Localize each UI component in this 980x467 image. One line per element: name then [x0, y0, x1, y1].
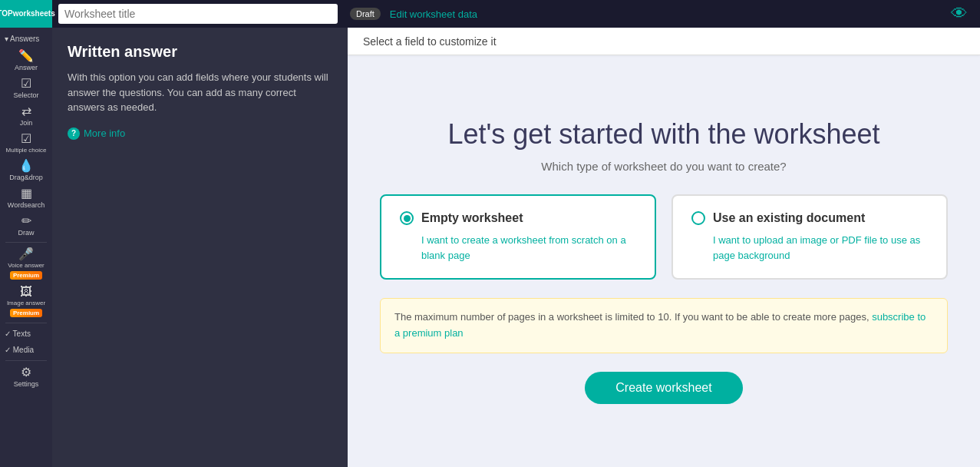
nav-divider-3 — [5, 360, 47, 361]
voice-icon: 🎤 — [18, 248, 34, 260]
media-section-toggle[interactable]: ✓ Media — [0, 342, 52, 358]
option2-radio — [691, 211, 705, 225]
panel-description: With this option you can add fields wher… — [68, 70, 332, 115]
info-box-text: The maximum number of pages in a workshe… — [394, 311, 872, 323]
nav-label-voice: Voice answer — [8, 262, 45, 269]
nav-item-multiple-choice[interactable]: ☑ Multiple choice — [0, 130, 52, 157]
field-bar: Select a field to customize it — [348, 28, 980, 55]
existing-document-option[interactable]: Use an existing document I want to uploa… — [671, 194, 948, 280]
nav-item-answer[interactable]: ✏️ Answer — [0, 47, 52, 75]
option1-title: Empty worksheet — [421, 211, 523, 225]
dragdrop-icon: 💧 — [18, 160, 34, 172]
nav-item-voice-answer[interactable]: 🎤 Voice answer Premium — [0, 245, 52, 283]
multiple-choice-icon: ☑ — [21, 133, 31, 145]
create-worksheet-button[interactable]: Create worksheet — [585, 372, 742, 404]
nav-label-selector: Selector — [13, 91, 38, 99]
field-bar-text: Select a field to customize it — [363, 35, 497, 48]
nav-label-wordsearch: Wordsearch — [8, 201, 45, 209]
draft-badge: Draft — [350, 8, 381, 20]
nav-label-multiple-choice: Multiple choice — [6, 147, 47, 154]
main-area: Select a field to customize it Let's get… — [348, 28, 980, 467]
main-subtitle: Which type of worksheet do you want to c… — [541, 160, 786, 173]
more-info-link[interactable]: ? More info — [68, 128, 332, 140]
nav-item-dragdrop[interactable]: 💧 Drag&drop — [0, 157, 52, 184]
option2-header: Use an existing document — [691, 211, 928, 225]
option2-title: Use an existing document — [713, 211, 865, 225]
option1-radio-inner — [404, 215, 411, 222]
main-heading: Let's get started with the worksheet — [447, 118, 879, 151]
nav-label-draw: Draw — [18, 229, 34, 237]
nav-item-wordsearch[interactable]: ▦ Wordsearch — [0, 184, 52, 212]
image-premium-badge: Premium — [10, 309, 42, 317]
nav-item-image-answer[interactable]: 🖼 Image answer Premium — [0, 283, 52, 320]
nav-label-answer: Answer — [15, 64, 38, 71]
edit-worksheet-link[interactable]: Edit worksheet data — [390, 8, 477, 20]
nav-label-join: Join — [20, 119, 33, 127]
side-panel: Written answer With this option you can … — [52, 28, 348, 467]
option1-header: Empty worksheet — [400, 211, 636, 225]
left-nav: ▾ Answers ✏️ Answer ☑ Selector ⇄ Join ☑ … — [0, 28, 52, 467]
image-answer-icon: 🖼 — [20, 286, 32, 298]
info-box: The maximum number of pages in a workshe… — [380, 298, 948, 353]
nav-item-selector[interactable]: ☑ Selector — [0, 75, 52, 102]
worksheet-title-input[interactable] — [58, 4, 338, 24]
nav-label-dragdrop: Drag&drop — [9, 174, 43, 181]
nav-item-join[interactable]: ⇄ Join — [0, 102, 52, 130]
nav-item-draw[interactable]: ✏ Draw — [0, 212, 52, 240]
voice-premium-badge: Premium — [10, 271, 42, 280]
top-bar: TOP worksheets Draft Edit worksheet data… — [0, 0, 980, 28]
more-info-text: More info — [84, 128, 125, 139]
empty-worksheet-option[interactable]: Empty worksheet I want to create a works… — [380, 194, 656, 280]
texts-section-toggle[interactable]: ✓ Texts — [0, 326, 52, 342]
main-content: Let's get started with the worksheet Whi… — [348, 55, 980, 467]
nav-divider-2 — [5, 323, 47, 323]
nav-label-settings: Settings — [14, 380, 39, 388]
worksheet-options: Empty worksheet I want to create a works… — [380, 194, 948, 280]
option1-desc: I want to create a worksheet from scratc… — [400, 233, 636, 263]
wordsearch-icon: ▦ — [21, 187, 32, 200]
answers-section-toggle[interactable]: ▾ Answers — [0, 31, 52, 47]
brand-logo: TOP worksheets — [0, 0, 52, 28]
option2-desc: I want to upload an image or PDF file to… — [691, 233, 928, 263]
nav-divider-1 — [5, 242, 47, 243]
panel-heading: Written answer — [68, 43, 332, 61]
preview-eye-icon[interactable]: 👁 — [951, 4, 968, 24]
selector-icon: ☑ — [21, 78, 31, 90]
info-circle-icon: ? — [68, 128, 80, 140]
title-input-wrap — [52, 4, 344, 24]
join-icon: ⇄ — [21, 105, 31, 118]
nav-label-image-answer: Image answer — [7, 300, 45, 306]
nav-item-settings[interactable]: ⚙ Settings — [0, 363, 52, 391]
draw-icon: ✏ — [21, 215, 31, 227]
answer-icon: ✏️ — [18, 50, 34, 62]
option1-radio — [400, 211, 414, 225]
settings-icon: ⚙ — [21, 366, 31, 379]
